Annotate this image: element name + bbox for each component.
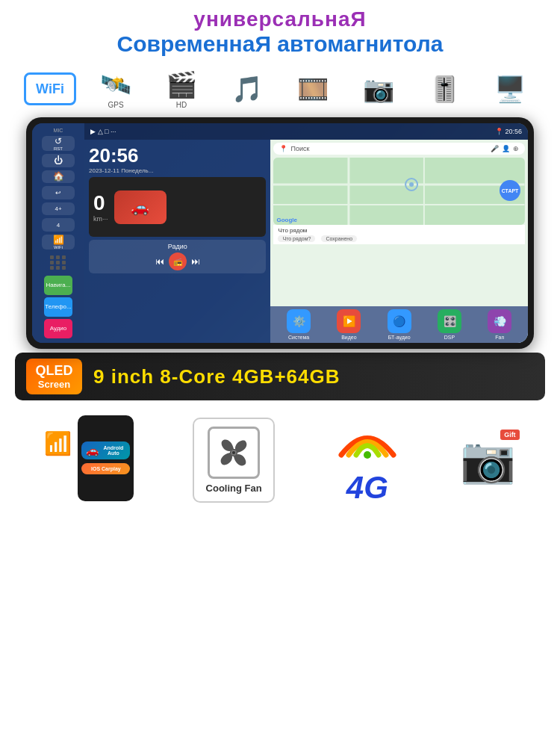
app-sistema[interactable]: ⚙️ Система bbox=[287, 309, 311, 340]
fan-label: Fan bbox=[495, 335, 504, 340]
feature-film: 🎞️ bbox=[283, 66, 343, 111]
feature-usb: 🖥️ bbox=[480, 66, 540, 111]
specs-bar: QLED Screen 9 inch 8-Core 4GB+64GB bbox=[15, 353, 545, 400]
map-roads bbox=[273, 158, 525, 225]
feature-hd: 🎬 HD bbox=[152, 66, 211, 111]
gift-badge: Gift bbox=[500, 430, 520, 440]
power-button[interactable]: ⏻ bbox=[42, 154, 75, 167]
audio-icon: 🎚️ bbox=[429, 74, 460, 104]
cooling-fan-icon bbox=[211, 430, 256, 475]
speed-block: 0 km··· 🚗 bbox=[89, 177, 266, 237]
ios-carplay-label: IOS Carplay bbox=[86, 466, 125, 471]
wifi-button[interactable]: 📶 WiFi bbox=[42, 235, 75, 249]
connectivity-card: 📶 🚗 Android Auto IOS Carplay bbox=[44, 415, 134, 505]
gps-label: GPS bbox=[108, 101, 123, 109]
search-bar[interactable]: 📍 Поиск 🎤 👤 ⊕ bbox=[273, 143, 525, 155]
device-wrapper: MIC ↺ RST ⏻ 🏠 ↩ 4+ 4 bbox=[26, 117, 534, 349]
map-pin-icon: 📍 bbox=[279, 145, 287, 152]
svg-point-6 bbox=[410, 182, 414, 187]
status-left: ▶ △ □ ··· bbox=[90, 128, 116, 135]
mic-label: MIC bbox=[54, 128, 63, 133]
vol-down-button[interactable]: 4 bbox=[42, 218, 75, 232]
next-track-icon[interactable]: ⏭ bbox=[191, 256, 200, 267]
prev-track-icon[interactable]: ⏮ bbox=[155, 256, 164, 267]
4g-text: 4G bbox=[346, 470, 388, 506]
qled-text: QLED bbox=[34, 363, 75, 379]
nearby-tab-2[interactable]: Сохранено bbox=[321, 235, 357, 242]
sistema-label: Система bbox=[288, 335, 309, 340]
film-icon: 🎞️ bbox=[297, 74, 329, 104]
vol-up-button[interactable]: 4+ bbox=[42, 202, 75, 216]
feature-music: 🎵 bbox=[217, 66, 277, 111]
dsp-icon: 🎛️ bbox=[438, 309, 461, 333]
hd-label: HD bbox=[176, 101, 187, 109]
device-section: MIC ↺ RST ⏻ 🏠 ↩ 4+ 4 bbox=[0, 117, 560, 349]
settings-icon: ⊕ bbox=[513, 145, 519, 152]
search-placeholder: Поиск bbox=[290, 145, 309, 152]
app-dsp[interactable]: 🎛️ DSP bbox=[438, 309, 461, 340]
time-block: 20:56 2023-12-11 Понедель... bbox=[89, 144, 266, 174]
title-line1: универсальнаЯ bbox=[15, 7, 545, 31]
qled-badge: QLED Screen bbox=[26, 359, 82, 394]
svg-rect-0 bbox=[273, 158, 525, 225]
device-screen: MIC ↺ RST ⏻ 🏠 ↩ 4+ 4 bbox=[32, 123, 528, 343]
radio-title: Радио bbox=[168, 243, 187, 250]
content-area: 20:56 2023-12-11 Понедель... 0 km··· 🚗 Р… bbox=[84, 140, 528, 343]
video-icon: ▶️ bbox=[337, 309, 361, 333]
sistema-icon: ⚙️ bbox=[287, 309, 311, 333]
dsp-label: DSP bbox=[444, 335, 455, 340]
maps-section: 📍 Поиск 🎤 👤 ⊕ bbox=[270, 140, 528, 306]
back-button[interactable]: ↩ bbox=[42, 186, 75, 199]
bt-audio-label: БТ-аудио bbox=[388, 335, 411, 340]
home-button[interactable]: 🏠 bbox=[42, 170, 75, 184]
signal-4g-area: 4G bbox=[334, 414, 401, 506]
camera-feature-icon: 📷 bbox=[363, 74, 394, 104]
account-icon: 👤 bbox=[502, 145, 510, 152]
device-left-bar: MIC ↺ RST ⏻ 🏠 ↩ 4+ 4 bbox=[32, 123, 84, 343]
camera-icon: 📷 bbox=[460, 433, 516, 486]
app-video[interactable]: ▶️ Видео bbox=[337, 309, 361, 340]
status-bar: ▶ △ □ ··· 📍 20:56 bbox=[84, 123, 528, 140]
speed-display: 0 bbox=[93, 191, 108, 215]
screen-text: Screen bbox=[34, 379, 75, 390]
start-button[interactable]: СТАРТ bbox=[500, 180, 520, 201]
wifi-icon: WiFi bbox=[24, 72, 76, 105]
camera-area: Gift 📷 bbox=[460, 433, 516, 486]
bottom-features: 📶 🚗 Android Auto IOS Carplay bbox=[0, 406, 560, 513]
maps-body: СТАРТ Google bbox=[273, 158, 525, 225]
radio-block: Радио ⏮ 📻 ⏭ bbox=[89, 240, 266, 273]
music-icon: 🎵 bbox=[231, 74, 263, 104]
usb-icon: 🖥️ bbox=[494, 74, 526, 104]
feature-camera: 📷 bbox=[349, 66, 408, 111]
nearby-tab-1[interactable]: Что рядом? bbox=[278, 235, 315, 242]
video-label: Видео bbox=[341, 335, 356, 340]
google-logo: Google bbox=[276, 217, 297, 223]
speed-unit: km··· bbox=[93, 215, 108, 223]
header-section: универсальнаЯ СовременнаЯ автомагнитола bbox=[0, 0, 560, 61]
feature-audio: 🎚️ bbox=[414, 66, 474, 111]
rst-button[interactable]: ↺ RST bbox=[42, 136, 75, 151]
time-display: 20:56 bbox=[89, 144, 266, 167]
fan-app-icon: 💨 bbox=[488, 309, 511, 333]
signal-arcs-icon bbox=[334, 414, 401, 462]
apps-row: ⚙️ Система ▶️ Видео 🔵 БТ-аудио bbox=[270, 306, 528, 343]
svg-point-10 bbox=[364, 451, 371, 459]
svg-point-9 bbox=[232, 451, 235, 454]
android-auto-label: Android Auto bbox=[101, 445, 125, 456]
right-panel: 📍 Поиск 🎤 👤 ⊕ bbox=[270, 140, 528, 343]
feature-wifi: WiFi bbox=[20, 66, 80, 111]
left-panel: 20:56 2023-12-11 Понедель... 0 km··· 🚗 Р… bbox=[84, 140, 270, 343]
device-main: ▶ △ □ ··· 📍 20:56 20:56 2023-12-11 Понед… bbox=[84, 123, 528, 343]
title-line2: СовременнаЯ автомагнитола bbox=[15, 31, 545, 57]
specs-text: 9 inch 8-Core 4GB+64GB bbox=[93, 365, 340, 388]
mic-search-icon: 🎤 bbox=[491, 145, 499, 152]
app-bt-audio[interactable]: 🔵 БТ-аудио bbox=[388, 309, 411, 340]
cooling-fan-label: Cooling Fan bbox=[206, 483, 262, 494]
status-right: 📍 20:56 bbox=[495, 128, 522, 135]
gps-icon: 🛰️ bbox=[100, 69, 131, 99]
radio-controls[interactable]: ⏮ 📻 ⏭ bbox=[155, 252, 200, 270]
nearby-section: Что рядом Что рядом? Сохранено bbox=[273, 225, 525, 244]
radio-icon: 📻 bbox=[169, 252, 187, 270]
wifi-signal-icon: 📶 bbox=[44, 430, 72, 456]
app-fan[interactable]: 💨 Fan bbox=[488, 309, 511, 340]
